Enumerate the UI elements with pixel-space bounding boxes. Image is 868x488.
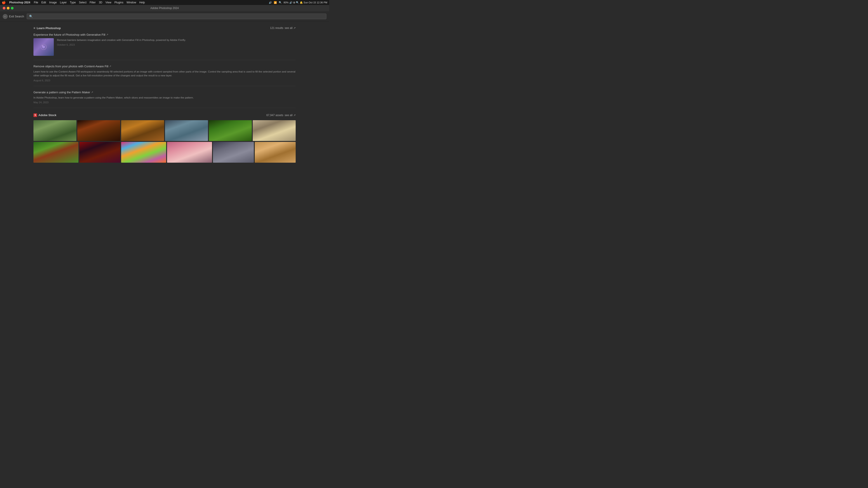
learn-icon: ≡ (33, 26, 35, 30)
stock-thumb-dj[interactable] (79, 142, 120, 163)
article-description-2: Learn how to use the Content-Aware Fill … (33, 70, 296, 78)
menu-help[interactable]: Help (139, 1, 145, 4)
menu-type[interactable]: Type (70, 1, 76, 4)
menu-select[interactable]: Select (79, 1, 86, 4)
article-item-3: Generate a pattern using the Pattern Mak… (33, 91, 296, 108)
article-date-1: October 6, 2023 (57, 43, 296, 46)
maximize-button[interactable] (11, 7, 13, 9)
stock-grid-row-2 (33, 142, 296, 163)
back-icon: ← (3, 14, 8, 19)
stock-thumb-flowers[interactable] (167, 142, 212, 163)
learn-see-all-label: see all (285, 26, 292, 30)
article-title-2[interactable]: Remove objects from your photos with Con… (33, 65, 296, 68)
menu-file[interactable]: File (34, 1, 38, 4)
menu-items: File Edit Image Layer Type Select Filter… (34, 1, 145, 4)
stock-ext-link-icon: ↗ (293, 113, 296, 117)
article-description-1: Remove barriers between imagination and … (57, 38, 296, 42)
menu-filter[interactable]: Filter (90, 1, 96, 4)
stock-thumb-hikers[interactable] (33, 120, 76, 141)
menu-3d[interactable]: 3D (99, 1, 102, 4)
learn-see-all-link[interactable]: see all ↗ (285, 26, 296, 30)
search-magnifier-icon: 🔍 (29, 15, 33, 18)
menu-edit[interactable]: Edit (41, 1, 46, 4)
stock-thumb-stadium[interactable] (209, 120, 252, 141)
learn-section-title: ≡ Learn Photoshop (33, 26, 61, 30)
menu-view[interactable]: View (105, 1, 112, 4)
search-icon[interactable]: 🔍 (279, 1, 282, 4)
learn-results-count: 121 results (270, 26, 283, 30)
main-content: ≡ Learn Photoshop 121 results see all ↗ … (0, 22, 329, 168)
article-title-text-1: Experience the future of Photoshop with … (33, 33, 105, 36)
article-title-1[interactable]: Experience the future of Photoshop with … (33, 33, 296, 36)
menu-bar: 🍎 Photoshop 2024 File Edit Image Layer T… (0, 0, 329, 5)
external-link-icon: ↗ (293, 26, 296, 30)
close-button[interactable] (3, 7, 5, 9)
volume-icon: 🔊 (269, 1, 272, 4)
article-date-2: August 6, 2023 (33, 79, 296, 82)
window-controls (3, 7, 13, 9)
search-bar-area: ← Exit Search 🔍 (0, 11, 329, 22)
ext-link-icon-1: ↗ (106, 33, 108, 36)
article-item-2: Remove objects from your photos with Con… (33, 65, 296, 86)
article-body-1: Remove barriers between imagination and … (57, 38, 296, 46)
apple-logo: 🍎 (2, 1, 6, 4)
menu-plugins[interactable]: Plugins (114, 1, 123, 4)
stock-section: S Adobe Stock 67,947 assets see all ↗ (33, 113, 296, 163)
exit-search-label: Exit Search (9, 15, 24, 18)
stock-thumb-pie[interactable] (255, 142, 296, 163)
article-with-thumb: Remove barriers between imagination and … (33, 38, 296, 56)
stock-see-all-link[interactable]: see all ↗ (285, 113, 296, 117)
menu-layer[interactable]: Layer (60, 1, 67, 4)
stock-grid-row-1 (33, 120, 296, 141)
stock-see-all-area: 67,947 assets see all ↗ (267, 113, 296, 117)
article-thumb-image-1 (33, 38, 54, 56)
stock-thumb-veggies[interactable] (33, 142, 79, 163)
title-bar: Adobe Photoshop 2024 (0, 5, 329, 11)
stock-thumb-dinner[interactable] (121, 120, 164, 141)
ext-link-icon-3: ↗ (91, 91, 93, 94)
app-name[interactable]: Photoshop 2024 (9, 1, 30, 4)
article-thumb-1[interactable] (33, 38, 54, 56)
system-status: 🔊 📶 🔍 80% 🔊 ⊞ 🔍 🔔 Sun Oct 15 12:36 PM (269, 1, 327, 4)
article-title-3[interactable]: Generate a pattern using the Pattern Mak… (33, 91, 296, 94)
stock-thumb-livingroom[interactable] (253, 120, 296, 141)
stock-thumb-candy[interactable] (121, 142, 166, 163)
stock-section-title: S Adobe Stock (33, 113, 56, 117)
menu-image[interactable]: Image (49, 1, 57, 4)
clock: 80% 🔊 ⊞ 🔍 🔔 Sun Oct 15 12:36 PM (284, 1, 327, 4)
search-input-wrapper: 🔍 (27, 13, 327, 19)
article-item-1: Experience the future of Photoshop with … (33, 33, 296, 60)
window-title: Adobe Photoshop 2024 (150, 6, 179, 10)
stock-thumb-signing[interactable] (213, 142, 254, 163)
minimize-button[interactable] (7, 7, 9, 9)
stock-thumb-concert[interactable] (77, 120, 120, 141)
article-title-text-2: Remove objects from your photos with Con… (33, 65, 108, 68)
stock-see-all-label: see all (285, 113, 292, 117)
stock-assets-count: 67,947 assets (267, 113, 283, 117)
menu-window[interactable]: Window (127, 1, 136, 4)
ext-link-icon-2: ↗ (109, 65, 111, 68)
learn-see-all-area: 121 results see all ↗ (270, 26, 296, 30)
stock-icon: S (33, 113, 37, 117)
learn-section-header: ≡ Learn Photoshop 121 results see all ↗ (33, 26, 296, 30)
stock-thumb-faucet[interactable] (165, 120, 208, 141)
exit-search-button[interactable]: ← Exit Search (3, 14, 24, 19)
stock-section-header: S Adobe Stock 67,947 assets see all ↗ (33, 113, 296, 117)
article-date-3: May 24, 2023 (33, 101, 296, 104)
wifi-icon: 📶 (274, 1, 277, 4)
article-title-text-3: Generate a pattern using the Pattern Mak… (33, 91, 90, 94)
thumb-decoration-icon (40, 43, 47, 51)
search-input[interactable] (34, 15, 324, 18)
article-description-3: In Adobe Photoshop, learn how to generat… (33, 96, 296, 100)
stock-title-label: Adobe Stock (38, 113, 56, 117)
learn-title-label: Learn Photoshop (37, 26, 61, 30)
svg-point-2 (42, 45, 43, 46)
